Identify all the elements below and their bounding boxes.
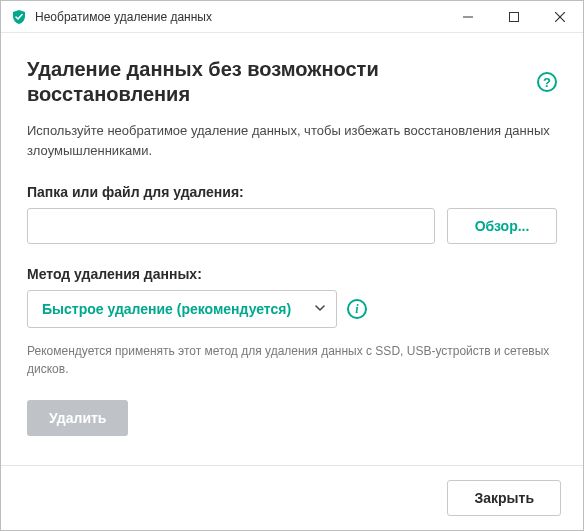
help-icon[interactable]: ? [537, 72, 557, 92]
help-glyph: ? [543, 75, 551, 90]
close-button[interactable]: Закрыть [447, 480, 561, 516]
app-window: Необратимое удаление данных Удаление дан… [0, 0, 584, 531]
path-input[interactable] [27, 208, 435, 244]
method-dropdown[interactable]: Быстрое удаление (рекомендуется) [27, 290, 337, 328]
delete-button: Удалить [27, 400, 128, 436]
chevron-down-icon [314, 300, 326, 318]
minimize-button[interactable] [445, 1, 491, 33]
path-row: Обзор... [27, 208, 557, 244]
method-label: Метод удаления данных: [27, 266, 557, 282]
window-close-button[interactable] [537, 1, 583, 33]
info-icon[interactable]: i [347, 299, 367, 319]
info-glyph: i [355, 302, 358, 317]
method-row: Быстрое удаление (рекомендуется) i [27, 290, 557, 328]
description-text: Используйте необратимое удаление данных,… [27, 121, 557, 160]
maximize-button[interactable] [491, 1, 537, 33]
maximize-icon [509, 12, 519, 22]
titlebar: Необратимое удаление данных [1, 1, 583, 33]
browse-button[interactable]: Обзор... [447, 208, 557, 244]
minimize-icon [463, 12, 473, 22]
method-selected-text: Быстрое удаление (рекомендуется) [42, 301, 314, 317]
content-area: Удаление данных без возможности восстано… [1, 33, 583, 465]
close-icon [555, 12, 565, 22]
heading-row: Удаление данных без возможности восстано… [27, 57, 557, 107]
svg-rect-1 [510, 12, 519, 21]
path-label: Папка или файл для удаления: [27, 184, 557, 200]
method-note: Рекомендуется применять этот метод для у… [27, 342, 557, 378]
shield-icon [11, 9, 27, 25]
footer: Закрыть [1, 465, 583, 530]
window-title: Необратимое удаление данных [35, 10, 212, 24]
page-title: Удаление данных без возможности восстано… [27, 57, 527, 107]
